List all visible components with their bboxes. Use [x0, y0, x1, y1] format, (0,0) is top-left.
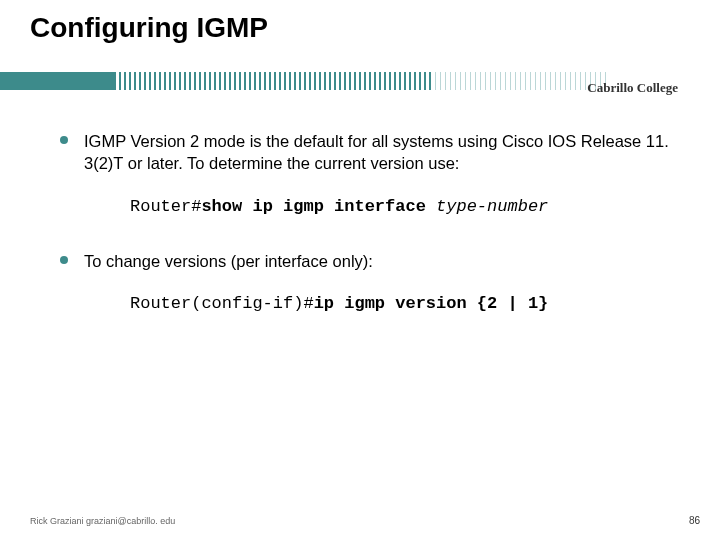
bar-fade	[430, 72, 610, 90]
bar-solid	[0, 72, 114, 90]
bullet-text: To change versions (per interface only):	[84, 250, 373, 272]
cmd-bold: ip igmp version {2 | 1}	[314, 294, 549, 313]
page-number: 86	[689, 515, 700, 526]
footer-author: Rick Graziani graziani@cabrillo. edu	[30, 516, 175, 526]
bullet-icon	[60, 136, 68, 144]
bullet-item: To change versions (per interface only):	[60, 250, 670, 272]
bar-stripes	[114, 72, 434, 90]
brand-text: Cabrillo College	[587, 80, 678, 96]
bullet-icon	[60, 256, 68, 264]
bullet-item: IGMP Version 2 mode is the default for a…	[60, 130, 670, 175]
command-line: Router#show ip igmp interface type-numbe…	[130, 197, 670, 216]
command-line: Router(config-if)#ip igmp version {2 | 1…	[130, 294, 670, 313]
slide-title: Configuring IGMP	[30, 12, 268, 44]
cmd-arg: type-number	[436, 197, 548, 216]
bullet-text: IGMP Version 2 mode is the default for a…	[84, 130, 670, 175]
content-area: IGMP Version 2 mode is the default for a…	[60, 130, 670, 347]
slide: Configuring IGMP Cabrillo College IGMP V…	[0, 0, 720, 540]
cmd-prompt: Router#	[130, 197, 201, 216]
cmd-prompt: Router(config-if)#	[130, 294, 314, 313]
cmd-bold: show ip igmp interface	[201, 197, 436, 216]
